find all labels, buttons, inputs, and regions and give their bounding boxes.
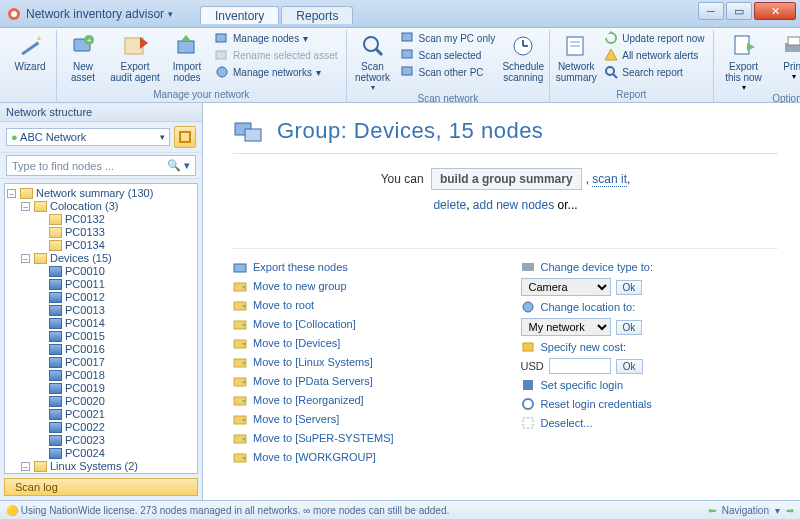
delete-link[interactable]: delete [433, 198, 466, 212]
tree-node[interactable]: PC0014 [7, 317, 195, 330]
tree-node[interactable]: PC0021 [7, 408, 195, 421]
tree-node[interactable]: –Devices (15) [7, 252, 195, 265]
svg-point-63 [523, 399, 533, 409]
folder-icon [233, 450, 247, 464]
tree-node[interactable]: PC0011 [7, 278, 195, 291]
nav-fwd-icon[interactable]: ➡ [786, 505, 794, 516]
tree-node[interactable]: PC0020 [7, 395, 195, 408]
tree-node[interactable]: PC0016 [7, 343, 195, 356]
tree-node[interactable]: PC0019 [7, 382, 195, 395]
tree-node[interactable]: PC0018 [7, 369, 195, 382]
reset-login-link[interactable]: Reset login credentials [521, 396, 779, 412]
group-report-label: Report [556, 88, 706, 102]
ribbon: Wizard +New asset Export audit agent Imp… [0, 28, 800, 103]
navigation-button[interactable]: Navigation [722, 505, 769, 516]
tree-node[interactable]: PC0012 [7, 291, 195, 304]
app-icon [6, 6, 22, 22]
svg-marker-26 [605, 49, 617, 60]
tree-node[interactable]: PC0022 [7, 421, 195, 434]
svg-rect-16 [402, 33, 412, 41]
svg-marker-3 [37, 36, 41, 40]
device-type-select[interactable]: Camera [521, 278, 611, 296]
folder-icon [233, 279, 247, 293]
import-nodes-button[interactable]: Import nodes [167, 30, 207, 83]
maximize-button[interactable]: ▭ [726, 2, 752, 20]
tab-inventory[interactable]: Inventory [200, 6, 279, 24]
svg-line-15 [376, 49, 382, 55]
scan-log-button[interactable]: Scan log [4, 478, 198, 496]
network-action-button[interactable] [174, 126, 196, 148]
tree-node[interactable]: PC0015 [7, 330, 195, 343]
add-nodes-link[interactable]: add new nodes [473, 198, 554, 212]
tree-node[interactable]: PC0132 [7, 213, 195, 226]
action-link[interactable]: Move to [WORKGROUP] [233, 449, 491, 465]
tree-node[interactable]: PC0017 [7, 356, 195, 369]
reset-icon [521, 397, 535, 411]
schedule-scanning-button[interactable]: Schedule scanning [503, 30, 543, 83]
title-bar: Network inventory advisor ▾ Inventory Re… [0, 0, 800, 28]
title-dropdown-icon[interactable]: ▾ [168, 9, 173, 19]
search-report-button[interactable]: Search report [602, 64, 706, 80]
manage-nodes-button[interactable]: Manage nodes ▾ [213, 30, 340, 46]
action-link[interactable]: Export these nodes [233, 259, 491, 275]
status-text: Using NationWide license. 273 nodes mana… [21, 505, 449, 516]
svg-point-27 [606, 67, 614, 75]
tree-node[interactable]: PC0013 [7, 304, 195, 317]
window-title: Network inventory advisor [26, 7, 164, 21]
action-link[interactable]: Move to new group [233, 278, 491, 294]
tree-node[interactable]: –Network summary (130) [7, 187, 195, 200]
action-link[interactable]: Move to [Reorganized] [233, 392, 491, 408]
svg-rect-35 [180, 132, 190, 142]
tree-node[interactable]: –Colocation (3) [7, 200, 195, 213]
action-link[interactable]: Move to [Collocation] [233, 316, 491, 332]
tree-node[interactable]: –Linux Systems (2) [7, 460, 195, 473]
tree-view[interactable]: –Network summary (130)–Colocation (3)PC0… [4, 183, 198, 474]
update-report-button[interactable]: Update report now [602, 30, 706, 46]
scan-network-button[interactable]: Scan network▾ [353, 30, 393, 92]
all-alerts-button[interactable]: All network alerts [602, 47, 706, 63]
network-summary-button[interactable]: Network summary [556, 30, 596, 83]
action-link[interactable]: Move to [SuPER-SYSTEMS] [233, 430, 491, 446]
group-manage-label: Manage your network [63, 88, 340, 102]
nav-back-icon[interactable]: ⬅ [708, 505, 716, 516]
close-button[interactable]: ✕ [754, 2, 796, 20]
cost-ok[interactable]: Ok [616, 359, 643, 374]
action-link[interactable]: Move to [Linux Systems] [233, 354, 491, 370]
deselect-link[interactable]: Deselect... [521, 415, 779, 431]
tree-node[interactable]: PC0134 [7, 239, 195, 252]
wizard-button[interactable]: Wizard [10, 30, 50, 72]
tree-node[interactable]: PC0135 [7, 473, 195, 474]
svg-marker-30 [747, 43, 755, 51]
set-login-link[interactable]: Set specific login [521, 377, 779, 393]
print-button[interactable]: Print▾ [774, 30, 801, 81]
folder-icon [233, 412, 247, 426]
action-link[interactable]: Move to root [233, 297, 491, 313]
network-selector[interactable]: ● ABC Network▾ [6, 128, 170, 146]
tab-reports[interactable]: Reports [281, 6, 353, 24]
action-link[interactable]: Move to [Devices] [233, 335, 491, 351]
location-ok[interactable]: Ok [616, 320, 643, 335]
location-select[interactable]: My network [521, 318, 611, 336]
manage-networks-button[interactable]: Manage networks ▾ [213, 64, 340, 80]
build-summary-button[interactable]: build a group summary [431, 168, 582, 190]
scan-my-pc-button[interactable]: Scan my PC only [399, 30, 498, 46]
action-link[interactable]: Move to [Servers] [233, 411, 491, 427]
ribbon-tabs: Inventory Reports [200, 6, 353, 24]
device-type-ok[interactable]: Ok [616, 280, 643, 295]
action-link[interactable]: Move to [PData Servers] [233, 373, 491, 389]
tree-node[interactable]: PC0024 [7, 447, 195, 460]
folder-icon [233, 260, 247, 274]
new-asset-button[interactable]: +New asset [63, 30, 103, 83]
tree-node[interactable]: PC0010 [7, 265, 195, 278]
minimize-button[interactable]: ─ [698, 2, 724, 20]
export-now-button[interactable]: Export this now▾ [720, 30, 768, 92]
export-audit-button[interactable]: Export audit agent [109, 30, 161, 83]
scan-selected-button[interactable]: Scan selected [399, 47, 498, 63]
search-input[interactable]: Type to find nodes ...🔍 ▾ [6, 155, 196, 176]
tree-node[interactable]: PC0023 [7, 434, 195, 447]
svg-text:+: + [87, 36, 92, 45]
scan-other-pc-button[interactable]: Scan other PC [399, 64, 498, 80]
scan-it-link[interactable]: scan it [592, 172, 627, 187]
tree-node[interactable]: PC0133 [7, 226, 195, 239]
cost-input[interactable] [549, 358, 611, 374]
